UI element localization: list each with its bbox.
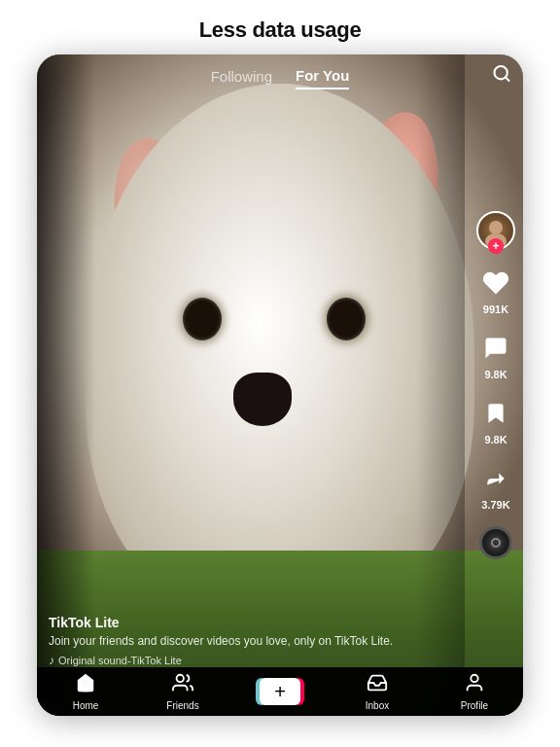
svg-point-2 bbox=[489, 221, 503, 234]
video-info: TikTok Lite Join your friends and discov… bbox=[49, 615, 457, 667]
comment-count: 9.8K bbox=[484, 369, 507, 380]
avatar-wrap: + bbox=[476, 211, 515, 250]
inbox-icon bbox=[367, 672, 388, 698]
home-icon bbox=[75, 672, 96, 698]
page-header: Less data usage bbox=[0, 0, 560, 54]
device-frame: Following For You + bbox=[37, 54, 523, 716]
sound-info[interactable]: ♪ Original sound-TikTok Lite bbox=[49, 654, 457, 667]
dog-nose bbox=[233, 373, 292, 426]
bookmark-icon bbox=[478, 396, 513, 431]
sound-name: Original sound-TikTok Lite bbox=[58, 655, 182, 666]
home-label: Home bbox=[73, 700, 99, 711]
music-disc-action[interactable] bbox=[479, 526, 512, 559]
right-action-bar: + 991K 9.8K bbox=[476, 211, 515, 559]
dog-eye-left bbox=[183, 298, 222, 340]
plus-icon: + bbox=[274, 681, 286, 703]
nav-item-home[interactable]: Home bbox=[56, 672, 115, 711]
tab-for-you[interactable]: For You bbox=[296, 63, 349, 89]
comment-icon bbox=[478, 331, 513, 366]
like-icon bbox=[478, 266, 513, 301]
share-count: 3.79K bbox=[481, 499, 509, 511]
follow-plus-icon: + bbox=[488, 238, 504, 254]
save-count: 9.8K bbox=[484, 434, 507, 445]
friends-icon bbox=[172, 672, 193, 698]
inbox-label: Inbox bbox=[366, 700, 389, 711]
creator-avatar-item[interactable]: + bbox=[476, 211, 515, 250]
like-action[interactable]: 991K bbox=[478, 266, 513, 315]
comment-action[interactable]: 9.8K bbox=[478, 331, 513, 380]
music-disc bbox=[479, 526, 512, 559]
nav-item-inbox[interactable]: Inbox bbox=[348, 672, 406, 711]
svg-point-5 bbox=[471, 675, 477, 682]
video-description: Join your friends and discover videos yo… bbox=[49, 634, 457, 650]
share-icon bbox=[478, 461, 513, 496]
nav-tabs: Following For You bbox=[211, 63, 350, 89]
nav-item-friends[interactable]: Friends bbox=[154, 672, 212, 711]
svg-point-4 bbox=[177, 675, 184, 682]
search-button[interactable] bbox=[492, 64, 511, 89]
save-action[interactable]: 9.8K bbox=[478, 396, 513, 445]
page-title: Less data usage bbox=[0, 18, 560, 43]
music-note-icon: ♪ bbox=[49, 654, 54, 667]
nav-item-add[interactable]: + bbox=[251, 678, 309, 705]
svg-line-1 bbox=[506, 77, 509, 81]
creator-name[interactable]: TikTok Lite bbox=[49, 615, 457, 630]
profile-label: Profile bbox=[461, 700, 488, 711]
tab-following[interactable]: Following bbox=[211, 64, 272, 89]
add-button-outer: + bbox=[260, 678, 300, 705]
top-navigation: Following For You bbox=[37, 54, 523, 97]
like-count: 991K bbox=[483, 303, 508, 315]
bottom-navigation: Home Friends + bbox=[37, 667, 523, 716]
nav-item-profile[interactable]: Profile bbox=[445, 672, 504, 711]
profile-icon bbox=[464, 672, 485, 698]
dog-eye-right bbox=[327, 298, 366, 340]
share-action[interactable]: 3.79K bbox=[478, 461, 513, 511]
add-button-inner: + bbox=[260, 678, 300, 705]
friends-label: Friends bbox=[166, 700, 198, 711]
music-disc-inner bbox=[491, 538, 501, 548]
